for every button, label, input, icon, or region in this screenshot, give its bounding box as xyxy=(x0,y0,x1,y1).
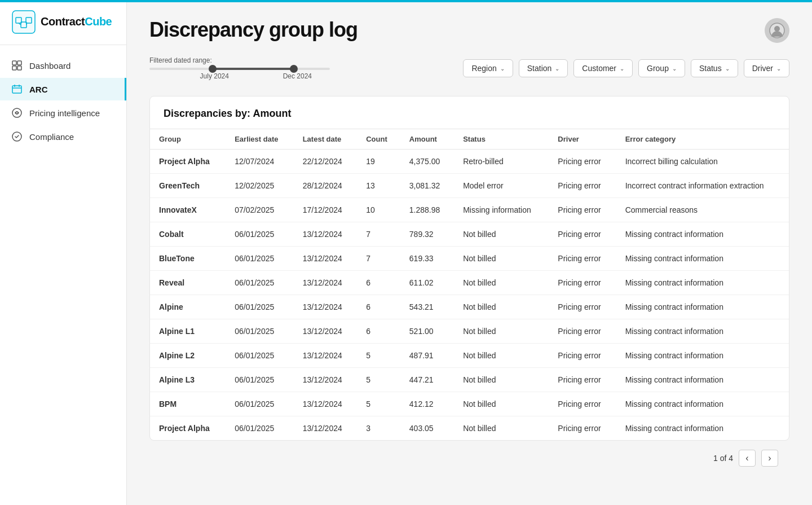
cell-2: 13/12/2024 xyxy=(294,392,358,416)
cell-4: 447.21 xyxy=(400,368,454,392)
table-row[interactable]: Reveal06/01/202513/12/20246611.02Not bil… xyxy=(150,271,789,295)
table-row[interactable]: GreenTech12/02/202528/12/2024133,081.32M… xyxy=(150,174,789,198)
cell-6: Pricing error xyxy=(549,150,616,174)
filter-status-button[interactable]: Status ⌄ xyxy=(691,59,738,77)
table-row[interactable]: Cobalt06/01/202513/12/20247789.32Not bil… xyxy=(150,222,789,247)
range-thumb-left[interactable] xyxy=(209,65,217,73)
table-row[interactable]: Alpine L206/01/202513/12/20245487.91Not … xyxy=(150,344,789,368)
cell-3: 6 xyxy=(357,295,400,319)
filter-group-button[interactable]: Group ⌄ xyxy=(638,59,685,77)
top-bar: Discrepancy group log xyxy=(149,18,789,43)
col-driver: Driver xyxy=(549,129,616,150)
svg-point-14 xyxy=(12,108,21,117)
sidebar-item-dashboard[interactable]: Dashboard xyxy=(0,54,126,77)
cell-3: 5 xyxy=(357,344,400,368)
cell-1: 06/01/2025 xyxy=(226,295,294,319)
sidebar-item-compliance[interactable]: Compliance xyxy=(0,125,126,148)
prev-page-button[interactable]: ‹ xyxy=(739,450,756,467)
col-count: Count xyxy=(357,129,400,150)
cell-7: Missing contract information xyxy=(616,222,789,247)
cell-1: 06/01/2025 xyxy=(226,416,294,441)
range-thumb-right[interactable] xyxy=(290,65,298,73)
cell-2: 22/12/2024 xyxy=(294,150,358,174)
date-range-section: Filtered dated range: July 2024 Dec 2024 xyxy=(149,56,330,80)
col-group: Group xyxy=(150,129,226,150)
filter-customer-label: Customer xyxy=(582,64,616,73)
chevron-down-icon: ⌄ xyxy=(500,65,505,72)
filter-region-button[interactable]: Region ⌄ xyxy=(463,59,513,77)
sidebar-item-label: ARC xyxy=(29,85,48,94)
page-title: Discrepancy group log xyxy=(149,18,358,42)
filter-customer-button[interactable]: Customer ⌄ xyxy=(573,59,633,77)
chevron-down-icon: ⌄ xyxy=(555,65,559,72)
cell-6: Pricing error xyxy=(549,344,616,368)
cell-7: Missing contract information xyxy=(616,247,789,271)
cell-6: Pricing error xyxy=(549,271,616,295)
cell-6: Pricing error xyxy=(549,416,616,441)
filter-dropdowns: Region ⌄ Station ⌄ Customer ⌄ Group ⌄ St… xyxy=(463,59,789,77)
table-row[interactable]: Alpine L106/01/202513/12/20246521.00Not … xyxy=(150,319,789,344)
user-avatar-button[interactable] xyxy=(765,18,789,43)
sidebar-item-label: Pricing intelligence xyxy=(29,108,100,118)
cell-0: Project Alpha xyxy=(150,150,226,174)
cell-3: 19 xyxy=(357,150,400,174)
cell-6: Pricing error xyxy=(549,295,616,319)
col-amount: Amount xyxy=(400,129,454,150)
cell-3: 6 xyxy=(357,271,400,295)
cell-6: Pricing error xyxy=(549,319,616,344)
range-slider[interactable]: July 2024 Dec 2024 xyxy=(149,68,330,80)
table-row[interactable]: BPM06/01/202513/12/20245412.12Not billed… xyxy=(150,392,789,416)
cell-0: BlueTone xyxy=(150,247,226,271)
range-track xyxy=(149,68,330,70)
table-row[interactable]: Alpine L306/01/202513/12/20245447.21Not … xyxy=(150,368,789,392)
sidebar-item-arc[interactable]: ARC xyxy=(0,78,126,100)
next-page-button[interactable]: › xyxy=(761,450,778,467)
cell-3: 7 xyxy=(357,222,400,247)
cell-1: 06/01/2025 xyxy=(226,368,294,392)
cell-5: Not billed xyxy=(454,319,549,344)
cell-3: 3 xyxy=(357,416,400,441)
main-content: Discrepancy group log Filtered dated ran… xyxy=(127,0,812,505)
cell-6: Pricing error xyxy=(549,198,616,222)
svg-rect-9 xyxy=(17,66,21,70)
cell-2: 13/12/2024 xyxy=(294,319,358,344)
filter-station-button[interactable]: Station ⌄ xyxy=(519,59,568,77)
cell-2: 13/12/2024 xyxy=(294,295,358,319)
cell-6: Pricing error xyxy=(549,247,616,271)
cell-5: Not billed xyxy=(454,295,549,319)
table-body: Project Alpha12/07/202422/12/2024194,375… xyxy=(150,150,789,441)
cell-0: Project Alpha xyxy=(150,416,226,441)
table-row[interactable]: BlueTone06/01/202513/12/20247619.33Not b… xyxy=(150,247,789,271)
cell-6: Pricing error xyxy=(549,368,616,392)
col-earliest: Earliest date xyxy=(226,129,294,150)
cell-0: Alpine xyxy=(150,295,226,319)
cell-1: 06/01/2025 xyxy=(226,271,294,295)
range-labels: July 2024 Dec 2024 xyxy=(149,72,330,80)
table-row[interactable]: InnovateX07/02/202517/12/2024101.288.98M… xyxy=(150,198,789,222)
filter-driver-button[interactable]: Driver ⌄ xyxy=(744,59,789,77)
range-start-label: July 2024 xyxy=(200,72,229,80)
cell-4: 789.32 xyxy=(400,222,454,247)
cell-7: Missing contract information xyxy=(616,344,789,368)
sidebar: ContractCube Dashboard ARC xyxy=(0,0,127,505)
filter-bar: Filtered dated range: July 2024 Dec 2024… xyxy=(149,56,789,80)
sidebar-item-pricing[interactable]: Pricing intelligence xyxy=(0,102,126,124)
cell-1: 06/01/2025 xyxy=(226,247,294,271)
cell-4: 403.05 xyxy=(400,416,454,441)
cell-3: 13 xyxy=(357,174,400,198)
table-row[interactable]: Project Alpha06/01/202513/12/20243403.05… xyxy=(150,416,789,441)
cell-2: 13/12/2024 xyxy=(294,222,358,247)
pricing-icon xyxy=(11,107,23,118)
cell-4: 412.12 xyxy=(400,392,454,416)
cell-7: Commercial reasons xyxy=(616,198,789,222)
cell-1: 06/01/2025 xyxy=(226,344,294,368)
table-row[interactable]: Alpine06/01/202513/12/20246543.21Not bil… xyxy=(150,295,789,319)
table-row[interactable]: Project Alpha12/07/202422/12/2024194,375… xyxy=(150,150,789,174)
cell-1: 12/02/2025 xyxy=(226,174,294,198)
col-error: Error category xyxy=(616,129,789,150)
filter-group-label: Group xyxy=(647,64,669,73)
cell-0: Alpine L1 xyxy=(150,319,226,344)
cell-5: Not billed xyxy=(454,392,549,416)
cell-7: Missing contract information xyxy=(616,295,789,319)
cell-7: Incorrect contract information extractio… xyxy=(616,174,789,198)
